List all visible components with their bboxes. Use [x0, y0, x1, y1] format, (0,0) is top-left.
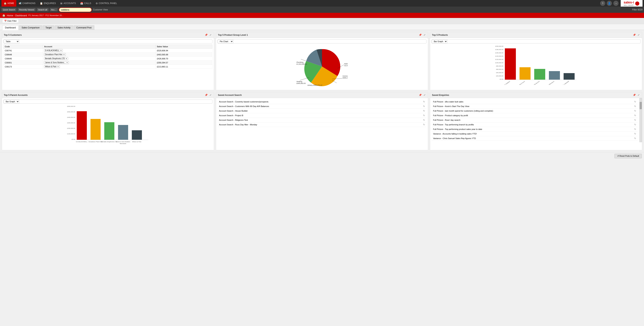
- list-item[interactable]: Account Search - Project B↻: [218, 113, 426, 118]
- tab-sales-activity[interactable]: Sales Activity: [55, 25, 73, 30]
- scrollbar-thumb[interactable]: [640, 102, 642, 109]
- list-item[interactable]: Full Picture - Top performing branch by …: [432, 122, 638, 127]
- list-item[interactable]: Account Search - Customers With 90 Day A…: [218, 104, 426, 109]
- bargraph-view-select-control[interactable]: Bar Graph Table Pie Chart: [432, 39, 640, 43]
- list-item[interactable]: Full Picture - Russ' day search↻: [432, 118, 638, 122]
- list-item[interactable]: Full Picture - last month spend for cust…: [432, 109, 638, 113]
- bargraph-view-select[interactable]: Bar Graph Table Pie Chart: [432, 40, 448, 43]
- tab-sales-comparison[interactable]: Sales Comparison: [19, 25, 42, 30]
- table-view-select[interactable]: Table Bar Graph Pie Chart: [4, 40, 19, 43]
- customer-account: Bentalls Shopfronts LTD ▼: [43, 57, 156, 61]
- list-item[interactable]: Account Search - Coventry based customer…: [218, 100, 426, 104]
- refresh-icon[interactable]: ↻: [423, 114, 425, 117]
- list-item[interactable]: Variance - Accounts falling in building …: [432, 132, 638, 136]
- nav-item-controlpanel[interactable]: ⚙ CONTROL PANEL: [94, 0, 119, 6]
- refresh-icon[interactable]: ↻: [423, 110, 425, 112]
- reset-pods-button[interactable]: ↺ Reset Pods to Default: [614, 154, 642, 158]
- refresh-icon[interactable]: ↻: [634, 114, 636, 117]
- list-item[interactable]: Account Search - House Builder↻: [218, 109, 426, 113]
- breadcrumb-date-range: P1 January 2017 - P11 November 20...: [28, 14, 64, 16]
- nav-item-campaigns[interactable]: 📢 CAMPAIGNS: [16, 0, 38, 6]
- top5-product-group-body: Pie Chart Bar Graph Table: [216, 38, 428, 90]
- list-item[interactable]: Full Picture - Kevin's Start The Day Vie…: [432, 104, 638, 109]
- top5-customers-body: Table Bar Graph Pie Chart Code Account S…: [2, 38, 214, 70]
- refresh-icon[interactable]: ↻: [634, 119, 636, 121]
- pin-icon-6[interactable]: 📌: [632, 93, 636, 97]
- tab-target[interactable]: Target: [43, 25, 54, 30]
- search-input[interactable]: [59, 7, 92, 12]
- help-button[interactable]: ?: [600, 1, 605, 6]
- pie-label-joinery: Joinery £885,471.17: [307, 84, 322, 86]
- nav-item-accounts[interactable]: 🏛 ACCOUNTS: [58, 0, 78, 6]
- account-select[interactable]: Donaldson Plant Hire ▼: [44, 53, 66, 56]
- tab-command-post[interactable]: Command Post: [74, 25, 94, 30]
- expand-icon-5[interactable]: ⤢: [423, 93, 426, 97]
- nav-item-home[interactable]: 🏠 HOME: [2, 0, 16, 6]
- quick-search-button[interactable]: Quick Search: [2, 8, 16, 11]
- saved-enquiry-label: Full Picture - dfcs water butt sales: [433, 101, 463, 103]
- search-all-button[interactable]: Search all: [37, 8, 49, 11]
- logout-button[interactable]: →: [613, 1, 618, 6]
- pin-icon-5[interactable]: 📌: [418, 93, 422, 97]
- search-bar: Quick Search Recently Viewed Search all …: [0, 6, 644, 13]
- pod-controls-3: 📌 ⤢: [632, 33, 640, 37]
- tabs-bar: Dashboard Sales Comparison Target Sales …: [0, 24, 644, 30]
- expand-icon[interactable]: ⤢: [209, 33, 212, 37]
- refresh-icon[interactable]: ↻: [423, 105, 425, 108]
- parent-accounts-bar-chart: £600,000.00 £500,000.00 £400,000.00 £300…: [4, 105, 212, 149]
- refresh-icon[interactable]: ↻: [423, 119, 425, 121]
- refresh-icon[interactable]: ↻: [634, 133, 636, 135]
- refresh-icon[interactable]: ↻: [423, 100, 425, 103]
- bar-product-5: [564, 73, 574, 80]
- saved-search-label: Account Search - House Builder: [219, 110, 248, 112]
- piechart-view-select-control[interactable]: Pie Chart Bar Graph Table: [218, 39, 426, 43]
- list-item[interactable]: Full Picture - Top performing product sa…: [432, 127, 638, 132]
- refresh-icon[interactable]: ↻: [634, 105, 636, 108]
- products-bar-svg: £200,000.00 £180,000.00 £160,000.00 £140…: [432, 44, 640, 85]
- refresh-icon[interactable]: ↻: [634, 110, 636, 112]
- top5-product-group-header: Top 5 Product Group Level 1 📌 ⤢: [216, 32, 428, 38]
- account-select[interactable]: Wilson & Pain ▼: [44, 65, 60, 68]
- nav-item-enquiries[interactable]: 📋 ENQUIRIES: [38, 0, 58, 6]
- top5-products-pod: Top 5 Products 📌 ⤢ Bar Graph Table Pie C…: [430, 32, 642, 90]
- expand-icon-6[interactable]: ⤢: [637, 93, 640, 97]
- piechart-view-select[interactable]: Pie Chart Bar Graph Table: [218, 40, 233, 43]
- list-item[interactable]: Variance - Chris Samuel Sales Rep figure…: [432, 136, 638, 141]
- parent-bargraph-select[interactable]: Bar Graph Table Pie Chart: [4, 100, 19, 103]
- list-item[interactable]: Account Search - Russ Day filter - Monda…: [218, 122, 426, 127]
- pin-icon-2[interactable]: 📌: [418, 33, 422, 37]
- account-select[interactable]: James & Sons Builders... ▼: [44, 61, 69, 64]
- expand-icon-4[interactable]: ⤢: [209, 93, 212, 97]
- pin-icon-3[interactable]: 📌: [632, 33, 636, 37]
- top5-parent-accounts-pod: Top 5 Parent Accounts 📌 ⤢ Bar Graph Tabl…: [2, 92, 214, 150]
- accounts-button[interactable]: Acc...: [50, 8, 58, 11]
- svg-text:£400,000.00: £400,000.00: [67, 117, 76, 118]
- pin-icon[interactable]: 📌: [204, 33, 208, 37]
- pie-value-heating: £945,893.05: [296, 82, 306, 84]
- account-select[interactable]: D A BLACKWELL ▼: [44, 49, 62, 52]
- nav-item-calls[interactable]: 📅 CALLS: [78, 0, 93, 6]
- list-item[interactable]: Full Picture - Product category by profi…: [432, 113, 638, 118]
- scrollbar-track[interactable]: [640, 98, 642, 142]
- svg-text:Wilson & Pain: Wilson & Pain: [132, 141, 141, 143]
- list-item[interactable]: Full Picture - dfcs water butt sales↻: [432, 100, 638, 104]
- recently-viewed-button[interactable]: Recently Viewed: [18, 8, 36, 11]
- parent-bargraph-select-control[interactable]: Bar Graph Table Pie Chart: [4, 100, 212, 104]
- table-view-select-control[interactable]: Table Bar Graph Pie Chart: [4, 39, 212, 43]
- expand-icon-2[interactable]: ⤢: [423, 33, 426, 37]
- col-sales-value: Sales Value: [156, 45, 212, 49]
- user-button[interactable]: 👤: [607, 1, 612, 6]
- customer-view-button[interactable]: Customer View: [93, 8, 108, 11]
- list-item[interactable]: Account Search - Ridgeons Test↻: [218, 118, 426, 122]
- tab-dashboard[interactable]: Dashboard: [2, 25, 18, 30]
- saved-account-list: Account Search - Coventry based customer…: [218, 100, 426, 127]
- refresh-icon[interactable]: ↻: [634, 128, 636, 131]
- refresh-icon[interactable]: ↻: [634, 137, 636, 140]
- refresh-icon[interactable]: ↻: [634, 123, 636, 126]
- refresh-icon[interactable]: ↻: [423, 123, 425, 126]
- pin-icon-4[interactable]: 📌: [204, 93, 208, 97]
- date-filter-button[interactable]: 📅 Date Filter: [2, 19, 19, 23]
- account-select[interactable]: Bentalls Shopfronts LTD ▼: [44, 57, 68, 60]
- refresh-icon[interactable]: ↻: [634, 100, 636, 103]
- expand-icon-3[interactable]: ⤢: [637, 33, 640, 37]
